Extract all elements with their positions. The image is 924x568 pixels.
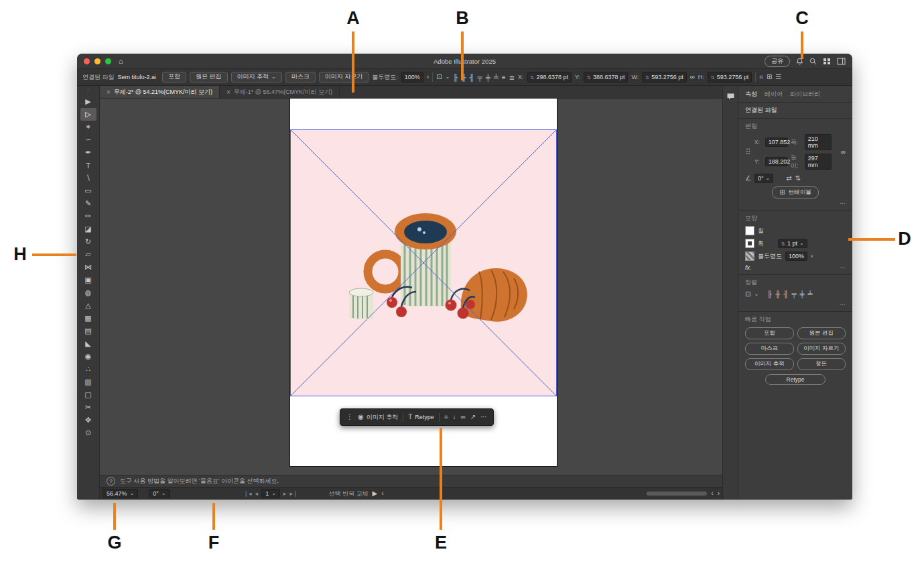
more-icon[interactable]: ⋯ (840, 264, 846, 271)
status-readout[interactable]: 선택 반복 교체 (328, 490, 368, 498)
align-left-icon[interactable]: ╟ (767, 290, 772, 298)
stroke-swatch[interactable] (745, 239, 754, 248)
tab-libraries[interactable]: 라이브러리 (790, 90, 820, 99)
fill-swatch[interactable] (745, 226, 754, 235)
stepper-icon[interactable]: ⇅ (645, 75, 649, 80)
lasso-tool[interactable]: ∽ (80, 133, 96, 146)
opacity-expand-icon[interactable]: › (811, 253, 813, 260)
constrain-proportions-icon[interactable]: ∞ (841, 149, 846, 156)
crop-marks-icon[interactable]: ⌗ (759, 74, 763, 80)
crop-image-button[interactable]: 이미지 자르기 (319, 72, 369, 82)
mask-button[interactable]: 마스크 (285, 72, 316, 82)
menu-icon[interactable]: ☰ (775, 74, 781, 80)
chevron-right-icon[interactable]: › (718, 490, 720, 497)
crop-image-button[interactable]: 이미지 자르기 (797, 343, 846, 355)
chevron-left-icon[interactable]: ‹ (381, 490, 383, 497)
align-top-icon[interactable]: ╤ (478, 74, 482, 81)
last-artboard-icon[interactable]: ▸❘ (289, 490, 298, 497)
document-tab-1[interactable]: × 무제-2* @ 54.21%(CMYK/미리 보기) (100, 86, 220, 98)
mesh-tool[interactable]: ▦ (80, 312, 96, 325)
image-trace-button[interactable]: 이미지 추적 ⌄ (231, 72, 282, 82)
edit-original-button[interactable]: 원본 편집 (190, 72, 228, 82)
chevron-down-icon[interactable]: ⌄ (271, 491, 276, 496)
chevron-down-icon[interactable]: ⌄ (754, 292, 758, 297)
zoom-level-select[interactable]: 56.47% ⌄ (103, 489, 138, 498)
close-icon[interactable]: × (226, 89, 230, 96)
align-top-icon[interactable]: ╤ (791, 290, 796, 298)
stepper-icon[interactable]: ⇅ (781, 241, 785, 246)
embed-button[interactable]: 포함 (162, 72, 186, 82)
chevron-down-icon[interactable]: ⌄ (161, 491, 166, 496)
perspective-grid-tool[interactable]: △ (80, 299, 96, 312)
more-icon[interactable]: ⋯ (840, 301, 846, 308)
symbol-sprayer-tool[interactable]: ∴ (80, 363, 96, 376)
crop-icon[interactable]: ⌗ (444, 414, 448, 420)
maximize-window-button[interactable] (105, 58, 111, 64)
opacity-expand-icon[interactable]: › (427, 74, 429, 80)
gradient-tool[interactable]: ▤ (80, 325, 96, 337)
zoom-tool[interactable]: ⊙ (80, 427, 96, 439)
next-artboard-icon[interactable]: ▸ (283, 490, 287, 497)
flip-horizontal-icon[interactable]: ⇄ (786, 175, 791, 182)
paintbrush-tool[interactable]: ✎ (80, 197, 96, 210)
chevron-down-icon[interactable]: ⌄ (271, 74, 276, 80)
panel-grip-icon[interactable]: ⋮ (85, 88, 91, 94)
panel-layout-icon[interactable] (837, 58, 846, 65)
tab-properties[interactable]: 속성 (745, 90, 757, 99)
opacity-swatch[interactable] (745, 251, 754, 261)
placed-linked-image[interactable] (290, 129, 557, 396)
align-left-icon[interactable]: ╟ (453, 74, 458, 81)
play-icon[interactable]: ▶ (372, 490, 377, 497)
width-input[interactable]: 210 mm (805, 134, 832, 150)
align-bottom-icon[interactable]: ╧ (808, 290, 813, 298)
rotate-tool[interactable]: ↻ (80, 235, 96, 248)
opacity-input[interactable]: 100% (401, 72, 423, 82)
first-artboard-icon[interactable]: ❘◂ (244, 490, 252, 497)
stepper-icon[interactable]: ⇅ (711, 75, 715, 80)
hand-tool[interactable]: ✥ (80, 414, 96, 427)
tab-layers[interactable]: 레이어 (765, 90, 783, 99)
chevron-down-icon[interactable]: ⌄ (799, 241, 804, 246)
share-button[interactable]: 공유 (765, 56, 790, 67)
turntable-button[interactable]: ⊞ 턴테이블 (772, 186, 818, 198)
magic-wand-tool[interactable]: ✶ (80, 121, 96, 133)
y-input[interactable]: ⇅388.6378 pt (584, 72, 628, 82)
x-input[interactable]: ⇅298.6378 pt (527, 72, 572, 82)
stroke-weight-input[interactable]: ⇅ 1 pt ⌄ (778, 239, 807, 248)
search-icon[interactable] (809, 58, 817, 65)
document-tab-2[interactable]: × 무제-1* @ 56.47%(CMYK/미리 보기) (220, 86, 340, 98)
scale-tool[interactable]: ▱ (80, 248, 96, 261)
grid-options-icon[interactable]: ⊞ (767, 74, 772, 80)
type-tool[interactable]: T (80, 159, 96, 172)
arrange-button[interactable]: 정돈 (797, 358, 846, 370)
taskbar-image-trace-button[interactable]: ◉ 이미지 추적 (358, 413, 398, 422)
align-middle-icon[interactable]: ╪ (486, 74, 490, 81)
chevron-down-icon[interactable]: ⌄ (130, 491, 135, 496)
pencil-tool[interactable]: ✏ (80, 210, 96, 223)
align-to-icon[interactable]: ⊡ (745, 291, 750, 298)
comment-icon[interactable] (726, 91, 735, 103)
align-right-icon[interactable]: ╢ (469, 74, 474, 81)
y-input[interactable]: 188.202 (765, 157, 788, 166)
image-trace-button[interactable]: 이미지 추적 (745, 358, 794, 370)
artboard-tool[interactable]: ▢ (80, 388, 96, 401)
canvas[interactable]: ⋮ ◉ 이미지 추적 T Retype ⌗ ↓ ∞ (100, 99, 722, 475)
grip-icon[interactable]: ⋮ (346, 414, 353, 420)
line-segment-tool[interactable]: ∖ (80, 172, 96, 184)
taskbar-retype-button[interactable]: T Retype (408, 414, 434, 420)
close-window-button[interactable] (84, 58, 90, 64)
opacity-input[interactable]: 100% (785, 251, 807, 261)
mask-button[interactable]: 마스크 (745, 343, 794, 355)
stepper-icon[interactable]: ⇅ (531, 75, 535, 80)
rectangle-tool[interactable]: ▭ (80, 184, 96, 197)
retype-button[interactable]: Retype (765, 374, 826, 385)
height-input[interactable]: 297 mm (805, 154, 832, 170)
minimize-window-button[interactable] (94, 58, 101, 64)
more-icon[interactable]: ⋯ (480, 414, 487, 420)
shape-builder-tool[interactable]: ◍ (80, 286, 96, 299)
slice-tool[interactable]: ✂ (80, 401, 96, 414)
artboard-number-select[interactable]: 1 ⌄ (261, 489, 280, 498)
align-center-icon[interactable]: ╫ (775, 290, 780, 298)
workspace-switcher-icon[interactable] (823, 58, 831, 65)
flip-vertical-icon[interactable]: ⇅ (795, 175, 801, 182)
